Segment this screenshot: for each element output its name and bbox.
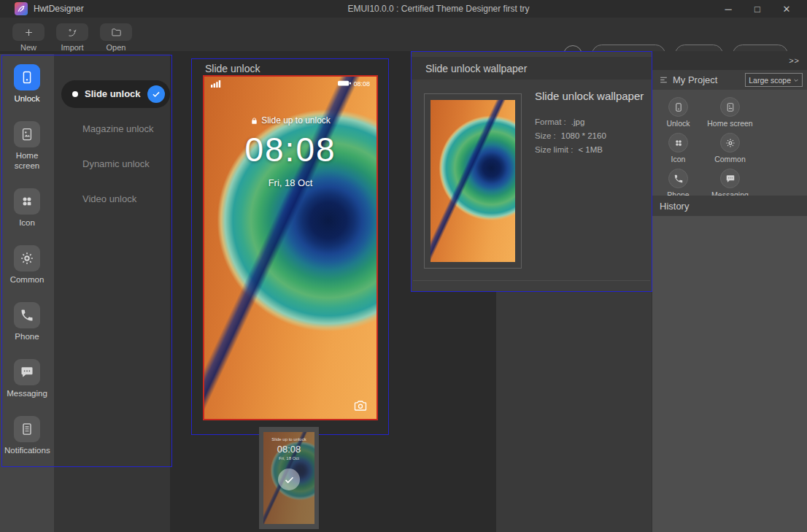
wallpaper-detail-value: .jpg bbox=[571, 117, 585, 126]
slide-hint: Slide up to unlock bbox=[204, 115, 377, 126]
lock-icon bbox=[250, 117, 258, 125]
tool-button-label: Import bbox=[61, 43, 83, 52]
icon-grid-icon bbox=[14, 188, 40, 215]
unlock-type-list: Slide unlock Magazine unlock Dynamic unl… bbox=[54, 54, 170, 532]
toolbar-file-buttons: New Import Open bbox=[12, 23, 133, 52]
new-button[interactable]: New bbox=[12, 23, 45, 52]
close-icon: ✕ bbox=[783, 4, 791, 15]
history-list bbox=[652, 216, 807, 532]
scope-selector[interactable]: Large scope bbox=[745, 73, 803, 87]
phone-handset-icon bbox=[14, 302, 40, 328]
message-icon bbox=[14, 359, 40, 385]
project-panel-topbar: >> bbox=[652, 51, 807, 70]
project-item-label: Unlock bbox=[666, 119, 690, 128]
import-button[interactable]: Import bbox=[55, 23, 89, 52]
open-button[interactable]: Open bbox=[99, 23, 133, 52]
phone-status-bar: 08:08 bbox=[204, 80, 377, 88]
wallpaper-info: Slide unlock wallpaper Format :.jpg Size… bbox=[535, 90, 644, 157]
camera-icon bbox=[354, 399, 367, 411]
project-item-unlock[interactable]: Unlock bbox=[652, 97, 704, 128]
hwt-designer-window: HwtDesigner EMUI10.0.0 : Certified Theme… bbox=[0, 0, 807, 532]
signal-icon bbox=[211, 80, 223, 88]
plus-icon bbox=[12, 23, 45, 41]
unlock-type-label: Video unlock bbox=[82, 193, 136, 204]
selected-bullet-icon bbox=[72, 91, 78, 97]
unlock-type-magazine-unlock[interactable]: Magazine unlock bbox=[54, 124, 170, 134]
tool-button-label: New bbox=[20, 43, 36, 52]
wallpaper-detail-panel: Slide unlock wallpaper Slide unlock wall… bbox=[411, 51, 652, 292]
lockscreen-clock: 08:08 bbox=[204, 129, 377, 170]
scope-selector-value: Large scope bbox=[749, 76, 791, 85]
unlock-type-slide-unlock[interactable]: Slide unlock bbox=[61, 80, 170, 108]
toolbar: New Import Open EN Preview Sync Export bbox=[0, 18, 807, 51]
thumb-date: Fri, 18 Oct bbox=[263, 456, 314, 460]
project-item-common[interactable]: Common bbox=[704, 133, 756, 163]
sidebar-item-home-screen[interactable]: Home screen bbox=[4, 121, 50, 171]
wallpaper-preview-image bbox=[430, 100, 515, 262]
thumb-hint: Slide up to unlock bbox=[263, 437, 314, 442]
project-item-label: Home screen bbox=[707, 119, 752, 128]
wallpaper-detail-row: Size limit :< 1MB bbox=[535, 143, 644, 157]
wallpaper-thumbnail-selected[interactable]: Slide up to unlock 08:08 Fri, 18 Oct bbox=[259, 427, 319, 529]
unlock-type-dynamic-unlock[interactable]: Dynamic unlock bbox=[54, 159, 170, 169]
list-icon bbox=[659, 75, 668, 85]
check-icon bbox=[147, 85, 165, 103]
maximize-button[interactable]: □ bbox=[743, 0, 772, 18]
sidebar-item-label: Unlock bbox=[4, 93, 50, 104]
sidebar-item-label: Messaging bbox=[4, 388, 50, 398]
project-item-home-screen[interactable]: Home screen bbox=[704, 97, 756, 128]
app-name: HwtDesigner bbox=[34, 4, 84, 14]
gear-icon bbox=[720, 133, 740, 153]
wallpaper-preview-frame[interactable] bbox=[424, 93, 522, 269]
sidebar-item-phone[interactable]: Phone bbox=[4, 302, 50, 342]
wallpaper-detail-value: 1080 * 2160 bbox=[561, 131, 606, 140]
sidebar-item-label: Home screen bbox=[4, 150, 50, 171]
folder-icon bbox=[100, 23, 132, 41]
sidebar-item-common[interactable]: Common bbox=[4, 245, 50, 285]
unlock-type-label: Magazine unlock bbox=[82, 123, 154, 134]
selected-check-icon bbox=[278, 469, 300, 490]
slide-hint-label: Slide up to unlock bbox=[261, 115, 331, 126]
close-button[interactable]: ✕ bbox=[772, 0, 801, 18]
unlock-type-label: Dynamic unlock bbox=[82, 158, 150, 169]
preview-panel-header: Slide unlock bbox=[205, 63, 260, 74]
lockscreen-preview[interactable]: 08:08 Slide up to unlock 08:08 Fri, 18 O… bbox=[203, 75, 378, 420]
sidebar-item-unlock[interactable]: Unlock bbox=[4, 64, 50, 104]
project-item-messaging[interactable]: Messaging bbox=[704, 169, 756, 199]
battery-icon bbox=[338, 80, 351, 87]
wallpaper-title: Slide unlock wallpaper bbox=[535, 90, 644, 102]
my-project-panel: >> My Project Large scope Unlock Home sc… bbox=[652, 51, 807, 532]
window-controls: ─□✕ bbox=[714, 0, 801, 18]
titlebar: HwtDesigner EMUI10.0.0 : Certified Theme… bbox=[0, 0, 807, 18]
wallpaper-detail-row: Format :.jpg bbox=[535, 115, 644, 129]
project-item-phone[interactable]: Phone bbox=[652, 169, 704, 199]
wallpaper-thumbnail-image: Slide up to unlock 08:08 Fri, 18 Oct bbox=[263, 432, 314, 524]
sidebar-item-icon[interactable]: Icon bbox=[4, 188, 50, 228]
sidebar-item-notifications[interactable]: Notifications bbox=[4, 416, 50, 455]
project-item-label: Icon bbox=[671, 155, 686, 163]
tool-button-label: Open bbox=[107, 43, 126, 52]
minimize-button[interactable]: ─ bbox=[714, 0, 743, 18]
phone-lock-icon bbox=[14, 64, 40, 90]
wallpaper-panel-header: Slide unlock wallpaper bbox=[412, 57, 652, 80]
wallpaper-detail-row: Size :1080 * 2160 bbox=[535, 129, 644, 143]
collapse-panel-button[interactable]: >> bbox=[789, 56, 800, 65]
sidebar-item-label: Notifications bbox=[4, 445, 50, 455]
sidebar-item-label: Common bbox=[4, 274, 50, 285]
home-screen-icon bbox=[14, 121, 40, 147]
unlock-type-video-unlock[interactable]: Video unlock bbox=[54, 194, 170, 204]
phone-lock-icon bbox=[668, 97, 688, 117]
home-screen-icon bbox=[720, 97, 740, 117]
chevron-down-icon bbox=[793, 77, 799, 83]
import-icon bbox=[56, 23, 88, 41]
sidebar-item-messaging[interactable]: Messaging bbox=[4, 359, 50, 398]
maximize-icon: □ bbox=[754, 4, 760, 15]
divider bbox=[413, 280, 650, 281]
slide-unlock-preview-panel: Slide unlock 08:08 Slide up to unlock 08… bbox=[191, 58, 389, 435]
history-section-header[interactable]: History bbox=[652, 196, 807, 216]
wallpaper-detail-label: Size : bbox=[535, 131, 556, 140]
wallpaper-detail-label: Format : bbox=[535, 117, 566, 126]
project-item-icon[interactable]: Icon bbox=[652, 133, 704, 163]
wallpaper-details: Format :.jpg Size :1080 * 2160 Size limi… bbox=[535, 115, 644, 157]
thumb-clock: 08:08 bbox=[263, 444, 314, 455]
